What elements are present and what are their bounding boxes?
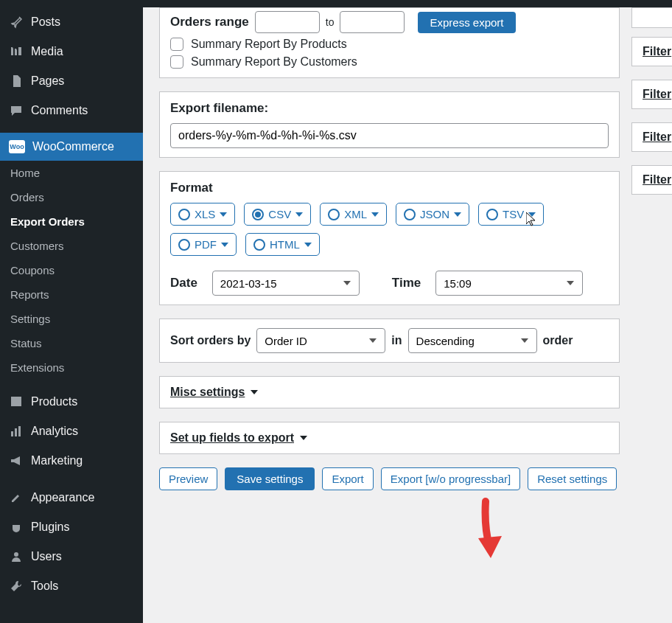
checkbox-icon xyxy=(170,55,183,69)
date-label: Date xyxy=(170,276,197,290)
svg-point-5 xyxy=(14,552,18,557)
caret-down-icon xyxy=(454,212,461,217)
express-export-button[interactable]: Express export xyxy=(418,12,515,33)
sort-card: Sort orders by Order ID in Descending or… xyxy=(159,319,620,363)
format-xml[interactable]: XML xyxy=(320,203,387,226)
format-label: JSON xyxy=(420,208,449,220)
export-wo-button[interactable]: Export [w/o progressbar] xyxy=(381,467,520,490)
menu-comments[interactable]: Comments xyxy=(0,96,143,125)
radio-icon xyxy=(178,209,190,220)
format-pdf[interactable]: PDF xyxy=(170,233,237,256)
setup-fields-label: Set up fields to export xyxy=(170,431,294,445)
sub-customers[interactable]: Customers xyxy=(0,234,143,258)
order-label: order xyxy=(543,334,573,347)
menu-label: Tools xyxy=(31,580,58,593)
date-select[interactable]: 2021-03-15 xyxy=(212,271,360,296)
time-select[interactable]: 15:09 xyxy=(435,271,583,296)
pages-icon xyxy=(9,74,24,88)
analytics-icon xyxy=(9,424,24,439)
export-button[interactable]: Export xyxy=(322,467,373,490)
appearance-icon xyxy=(9,490,24,505)
filter-link[interactable]: Filter xyxy=(643,88,671,100)
summary-customers-row[interactable]: Summary Report By Customers xyxy=(170,55,609,69)
setup-fields-toggle[interactable]: Set up fields to export xyxy=(170,431,307,445)
to-label: to xyxy=(326,16,335,28)
menu-plugins[interactable]: Plugins xyxy=(0,512,143,542)
menu-woocommerce[interactable]: Woo WooCommerce xyxy=(0,133,143,161)
menu-label: WooCommerce xyxy=(32,140,114,153)
menu-posts[interactable]: Posts xyxy=(0,7,143,37)
sub-status[interactable]: Status xyxy=(0,331,143,355)
filter-link[interactable]: Filter xyxy=(643,130,671,143)
annotation-arrow-icon xyxy=(471,498,508,564)
sub-home[interactable]: Home xyxy=(0,161,143,185)
misc-settings-toggle[interactable]: Misc settings xyxy=(170,386,258,399)
format-xls[interactable]: XLS xyxy=(170,203,235,226)
summary-customers-label: Summary Report By Customers xyxy=(191,55,357,69)
menu-tools[interactable]: Tools xyxy=(0,571,143,601)
filter-link[interactable]: Filter xyxy=(643,45,671,58)
filter-link[interactable]: Filter xyxy=(643,173,671,186)
sort-dir-select[interactable]: Descending xyxy=(408,328,537,353)
format-label: XML xyxy=(344,208,367,220)
format-label: XLS xyxy=(195,208,215,220)
format-csv[interactable]: CSV xyxy=(244,203,311,226)
orders-range-label: Orders range xyxy=(170,15,249,29)
orders-range-from[interactable] xyxy=(255,11,320,33)
menu-products[interactable]: Products xyxy=(0,387,143,417)
menu-users[interactable]: Users xyxy=(0,542,143,571)
checkbox-icon xyxy=(170,38,183,51)
media-icon xyxy=(9,44,24,59)
format-html[interactable]: HTML xyxy=(245,233,320,256)
orders-range-to[interactable] xyxy=(340,11,405,33)
caret-down-icon xyxy=(221,243,228,247)
sub-orders[interactable]: Orders xyxy=(0,185,143,209)
menu-marketing[interactable]: Marketing xyxy=(0,446,143,476)
woo-icon: Woo xyxy=(9,140,25,153)
menu-label: Products xyxy=(31,395,77,408)
menu-appearance[interactable]: Appearance xyxy=(0,483,143,512)
misc-label: Misc settings xyxy=(170,386,245,399)
sub-extensions[interactable]: Extensions xyxy=(0,355,143,380)
format-json[interactable]: JSON xyxy=(396,203,469,226)
radio-icon xyxy=(486,209,498,220)
marketing-icon xyxy=(9,453,24,468)
format-label: CSV xyxy=(268,208,291,220)
sub-settings[interactable]: Settings xyxy=(0,307,143,331)
save-settings-button[interactable]: Save settings xyxy=(225,467,315,490)
export-filename-label: Export filename: xyxy=(170,101,609,116)
setup-fields-card: Set up fields to export xyxy=(159,422,620,454)
svg-rect-0 xyxy=(11,399,21,406)
admin-bar xyxy=(0,0,672,7)
products-icon xyxy=(9,394,24,409)
preview-button[interactable]: Preview xyxy=(159,467,217,490)
summary-products-row[interactable]: Summary Report By Products xyxy=(170,38,609,51)
sub-export-orders[interactable]: Export Orders xyxy=(0,209,143,234)
format-label: Format xyxy=(170,181,609,195)
menu-analytics[interactable]: Analytics xyxy=(0,417,143,446)
format-tsv[interactable]: TSV xyxy=(478,203,544,226)
sort-by-select[interactable]: Order ID xyxy=(256,328,385,353)
filter-card: Filter xyxy=(631,37,672,66)
radio-icon xyxy=(404,209,416,220)
export-filename-input[interactable] xyxy=(170,123,609,148)
format-label: TSV xyxy=(503,208,524,220)
filter-card: Filter xyxy=(631,80,672,109)
sub-reports[interactable]: Reports xyxy=(0,282,143,307)
svg-rect-3 xyxy=(15,428,17,436)
menu-media[interactable]: Media xyxy=(0,37,143,66)
caret-down-icon xyxy=(295,212,303,217)
admin-sidebar: Posts Media Pages Comments Woo WooCommer… xyxy=(0,0,143,623)
menu-label: Pages xyxy=(31,74,64,88)
reset-settings-button[interactable]: Reset settings xyxy=(528,467,617,490)
menu-pages[interactable]: Pages xyxy=(0,66,143,96)
radio-icon xyxy=(328,209,340,220)
format-card: Format XLS CSV XML JSON TSV PDF HTML Dat… xyxy=(159,171,620,305)
tools-icon xyxy=(9,579,24,594)
caret-down-icon xyxy=(528,212,536,217)
radio-icon xyxy=(252,209,264,220)
main-content: Orders range to Express export Summary R… xyxy=(143,7,672,623)
sub-coupons[interactable]: Coupons xyxy=(0,258,143,282)
caret-down-icon xyxy=(220,212,227,217)
woocommerce-submenu: Home Orders Export Orders Customers Coup… xyxy=(0,161,143,387)
